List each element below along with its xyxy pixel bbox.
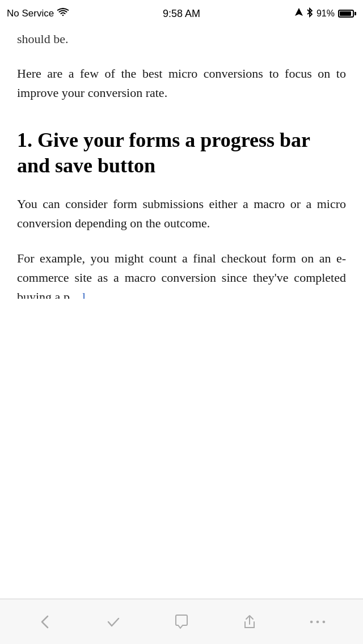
body-paragraph-2: For example, you might count a final che… (17, 249, 346, 299)
svg-point-1 (316, 620, 319, 623)
comment-button[interactable] (164, 608, 199, 636)
section-heading: 1. Give your forms a progress bar and sa… (17, 128, 346, 179)
battery-percent: 91% (316, 9, 335, 19)
checkmark-button[interactable] (96, 608, 130, 636)
status-right-icons: 91% (295, 7, 356, 20)
svg-point-2 (323, 620, 326, 623)
intro-paragraph: Here are a few of the best micro convers… (17, 64, 346, 103)
svg-point-0 (310, 620, 313, 623)
battery-icon (338, 10, 356, 18)
carrier-info: No Service (7, 8, 69, 19)
share-button[interactable] (233, 608, 267, 636)
body-paragraph-1: You can consider form submissions either… (17, 194, 346, 233)
status-bar: No Service 9:58 AM 91% (0, 0, 363, 27)
back-button[interactable] (28, 608, 62, 636)
bluetooth-icon (306, 7, 313, 20)
status-time: 9:58 AM (163, 8, 200, 20)
bottom-toolbar (0, 599, 363, 644)
carrier-text: No Service (7, 8, 54, 19)
more-button[interactable] (301, 608, 335, 636)
partial-text: should be. (17, 27, 346, 48)
location-icon (295, 8, 303, 19)
article-content: should be. Here are a few of the best mi… (0, 27, 363, 299)
wifi-icon (57, 8, 69, 19)
